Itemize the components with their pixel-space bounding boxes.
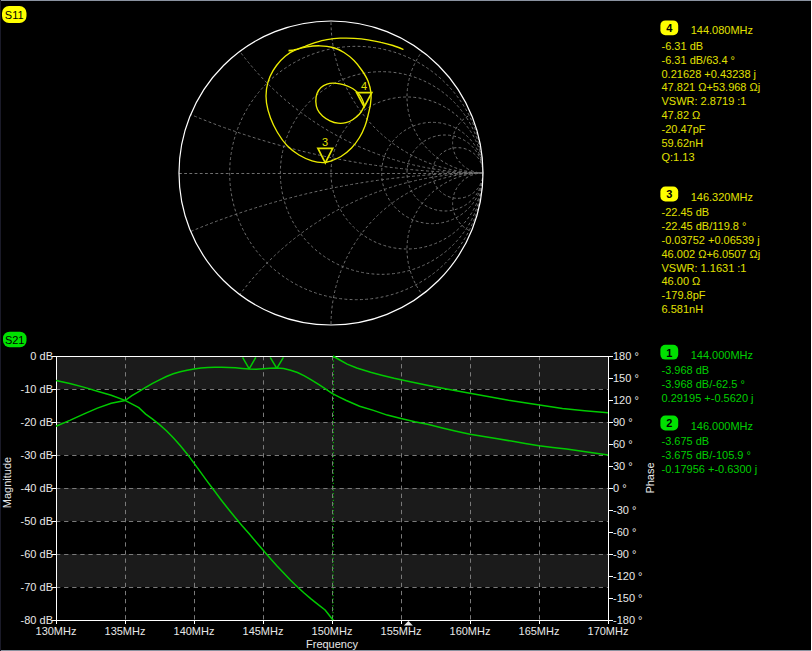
svg-text:47.82 Ω: 47.82 Ω: [662, 109, 701, 121]
svg-text:90 °: 90 °: [613, 416, 633, 428]
svg-text:-22.45 dB: -22.45 dB: [662, 206, 710, 218]
svg-text:Frequency: Frequency: [306, 638, 358, 650]
svg-text:-0.03752 +0.06539 j: -0.03752 +0.06539 j: [662, 234, 760, 246]
svg-text:-3.968 dB/-62.5 °: -3.968 dB/-62.5 °: [662, 378, 745, 390]
svg-text:150 °: 150 °: [613, 372, 639, 384]
svg-text:-30 dB: -30 dB: [21, 449, 53, 461]
svg-text:0.21628 +0.43238 j: 0.21628 +0.43238 j: [662, 68, 757, 80]
svg-text:3: 3: [666, 188, 672, 200]
svg-text:S21: S21: [5, 334, 25, 346]
svg-text:180 °: 180 °: [613, 350, 639, 362]
svg-text:-180 °: -180 °: [613, 614, 642, 626]
svg-text:135MHz: 135MHz: [105, 625, 146, 637]
svg-text:160MHz: 160MHz: [450, 625, 491, 637]
svg-text:-20 dB: -20 dB: [21, 416, 53, 428]
svg-text:0 dB: 0 dB: [30, 350, 53, 362]
svg-text:4: 4: [666, 22, 673, 34]
svg-text:VSWR: 2.8719 :1: VSWR: 2.8719 :1: [662, 95, 747, 107]
svg-text:-22.45 dB/119.8 °: -22.45 dB/119.8 °: [662, 220, 747, 232]
svg-text:Phase: Phase: [644, 462, 656, 493]
svg-text:3: 3: [322, 136, 328, 148]
svg-text:170MHz: 170MHz: [588, 625, 629, 637]
svg-text:1: 1: [666, 347, 672, 359]
svg-text:-179.8pF: -179.8pF: [662, 289, 706, 301]
svg-text:2: 2: [666, 417, 672, 429]
svg-text:-50 dB: -50 dB: [21, 515, 53, 527]
svg-text:46.00 Ω: 46.00 Ω: [662, 275, 701, 287]
svg-text:VSWR: 1.1631 :1: VSWR: 1.1631 :1: [662, 262, 747, 274]
svg-text:-3.675 dB/-105.9 °: -3.675 dB/-105.9 °: [662, 449, 751, 461]
svg-text:4: 4: [361, 80, 367, 92]
svg-text:144.000MHz: 144.000MHz: [691, 349, 753, 361]
svg-text:165MHz: 165MHz: [519, 625, 560, 637]
svg-text:-10 dB: -10 dB: [21, 383, 53, 395]
svg-text:-40 dB: -40 dB: [21, 482, 53, 494]
svg-text:Magnitude: Magnitude: [1, 457, 13, 508]
svg-text:59.62nH: 59.62nH: [662, 137, 704, 149]
svg-text:-60 °: -60 °: [613, 526, 636, 538]
svg-text:-6.31 dB: -6.31 dB: [662, 40, 704, 52]
svg-text:-60 dB: -60 dB: [21, 548, 53, 560]
svg-text:-150 °: -150 °: [613, 592, 642, 604]
svg-text:-120 °: -120 °: [613, 570, 642, 582]
svg-text:150MHz: 150MHz: [312, 625, 353, 637]
svg-text:-0.17956 +-0.6300 j: -0.17956 +-0.6300 j: [662, 463, 758, 475]
svg-text:46.002 Ω+6.0507 Ωj: 46.002 Ω+6.0507 Ωj: [662, 248, 761, 260]
svg-text:-3.675 dB: -3.675 dB: [662, 435, 710, 447]
svg-text:146.000MHz: 146.000MHz: [691, 420, 753, 432]
svg-text:Q:1.13: Q:1.13: [662, 151, 695, 163]
svg-text:-90 °: -90 °: [613, 548, 636, 560]
svg-text:47.821 Ω+53.968 Ωj: 47.821 Ω+53.968 Ωj: [662, 81, 761, 93]
svg-text:-20.47pF: -20.47pF: [662, 123, 706, 135]
svg-text:-30 °: -30 °: [613, 504, 636, 516]
svg-text:-70 dB: -70 dB: [21, 581, 53, 593]
svg-text:-3.968 dB: -3.968 dB: [662, 364, 710, 376]
svg-text:155MHz: 155MHz: [381, 625, 422, 637]
svg-text:0 °: 0 °: [613, 482, 627, 494]
svg-text:6.581nH: 6.581nH: [662, 303, 704, 315]
svg-text:140MHz: 140MHz: [174, 625, 215, 637]
svg-text:144.080MHz: 144.080MHz: [691, 24, 753, 36]
svg-text:60 °: 60 °: [613, 438, 633, 450]
svg-text:30 °: 30 °: [613, 460, 633, 472]
svg-text:146.320MHz: 146.320MHz: [691, 191, 753, 203]
svg-text:-80 dB: -80 dB: [21, 614, 53, 626]
svg-text:S11: S11: [5, 9, 24, 21]
svg-text:145MHz: 145MHz: [243, 625, 284, 637]
svg-text:130MHz: 130MHz: [36, 625, 77, 637]
svg-text:120 °: 120 °: [613, 394, 639, 406]
svg-text:0.29195 +-0.5620 j: 0.29195 +-0.5620 j: [662, 392, 754, 404]
svg-text:-6.31 dB/63.4 °: -6.31 dB/63.4 °: [662, 54, 736, 66]
